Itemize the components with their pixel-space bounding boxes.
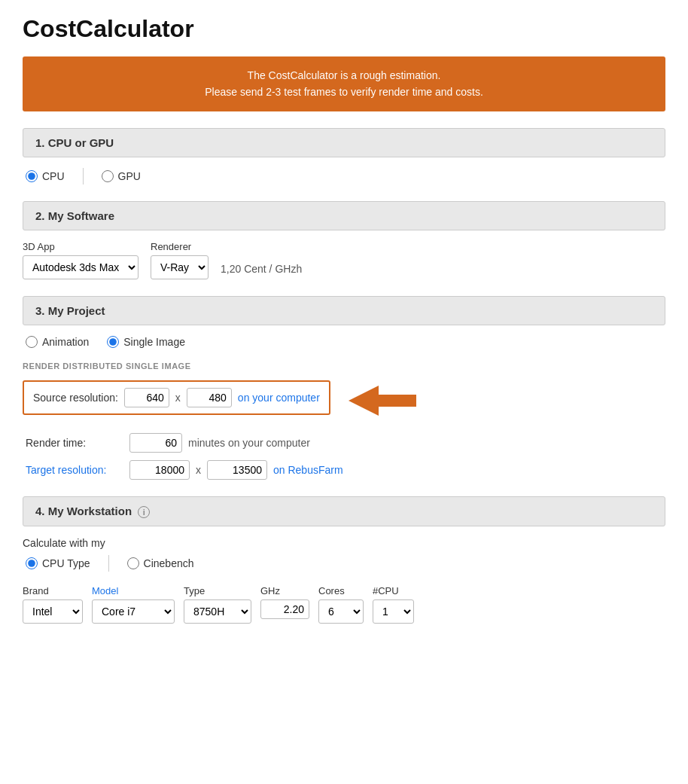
section4-header: 4. My Workstation i <box>23 496 665 526</box>
single-image-radio[interactable] <box>107 336 119 348</box>
target-x-input[interactable] <box>129 460 190 480</box>
render-distributed-label: RENDER DISTRIBUTED SINGLE IMAGE <box>23 361 665 371</box>
renderer-label: Renderer <box>151 241 209 252</box>
cpu-label: CPU <box>42 170 65 182</box>
renderer-group: Renderer V-Ray <box>151 241 209 279</box>
source-y-input[interactable] <box>187 388 232 407</box>
app-label: 3D App <box>23 241 139 252</box>
animation-label: Animation <box>42 336 89 348</box>
ghz-input[interactable] <box>260 599 309 619</box>
calc-divider <box>108 555 109 572</box>
gpu-radio[interactable] <box>102 170 114 182</box>
type-label: Type <box>184 585 251 596</box>
banner-line1: The CostCalculator is a rough estimation… <box>38 67 650 84</box>
render-time-label: Render time: <box>26 437 123 449</box>
price-label: 1,20 Cent / GHzh <box>221 263 302 279</box>
cpu-radio-option[interactable]: CPU <box>26 170 65 182</box>
svg-marker-1 <box>349 386 379 416</box>
calculate-radio-group: CPU Type Cinebench <box>23 555 665 572</box>
animation-radio[interactable] <box>26 336 38 348</box>
source-resolution-box: Source resolution: x on your computer <box>23 380 330 415</box>
section1-header: 1. CPU or GPU <box>23 128 665 157</box>
radio-divider <box>83 168 84 185</box>
ghz-group: GHz <box>260 585 309 619</box>
source-suffix: on your computer <box>238 392 320 404</box>
model-select[interactable]: Core i7 <box>92 599 175 624</box>
ghz-label: GHz <box>260 585 309 596</box>
app-group: 3D App Autodesk 3ds Max <box>23 241 139 279</box>
brand-group: Brand Intel <box>23 585 83 624</box>
calculate-label: Calculate with my <box>23 537 665 549</box>
source-res-label: Source resolution: <box>33 392 118 404</box>
ncpu-group: #CPU 1 <box>373 585 414 624</box>
page-title: CostCalculator <box>23 15 665 43</box>
cpu-type-radio-option[interactable]: CPU Type <box>26 557 90 569</box>
x-separator1: x <box>175 392 181 404</box>
render-time-row: Render time: minutes on your computer <box>23 433 665 453</box>
section4-header-text: 4. My Workstation <box>35 505 132 517</box>
gpu-radio-option[interactable]: GPU <box>102 170 141 182</box>
model-group: Model Core i7 <box>92 585 175 624</box>
type-select[interactable]: 8750H <box>184 599 251 624</box>
cpu-type-radio[interactable] <box>26 557 38 569</box>
single-image-radio-option[interactable]: Single Image <box>107 336 185 348</box>
section-workstation: 4. My Workstation i Calculate with my CP… <box>23 496 665 624</box>
svg-rect-0 <box>379 395 416 407</box>
cores-group: Cores 6 <box>318 585 364 624</box>
render-time-suffix: minutes on your computer <box>188 437 310 449</box>
cpu-gpu-radio-group: CPU GPU <box>23 168 665 185</box>
info-banner: The CostCalculator is a rough estimation… <box>23 56 665 111</box>
cpu-radio[interactable] <box>26 170 38 182</box>
brand-select[interactable]: Intel <box>23 599 83 624</box>
gpu-label: GPU <box>118 170 141 182</box>
cinebench-radio[interactable] <box>127 557 139 569</box>
arrow-indicator <box>349 378 431 426</box>
app-select[interactable]: Autodesk 3ds Max <box>23 255 139 279</box>
single-image-label: Single Image <box>123 336 185 348</box>
section2-header: 2. My Software <box>23 201 665 230</box>
cores-select[interactable]: 6 <box>318 599 364 624</box>
cinebench-label: Cinebench <box>144 557 194 569</box>
source-x-input[interactable] <box>124 388 169 407</box>
cores-label: Cores <box>318 585 364 596</box>
software-form-row: 3D App Autodesk 3ds Max Renderer V-Ray 1… <box>23 241 665 279</box>
animation-radio-option[interactable]: Animation <box>26 336 89 348</box>
cpu-specs-row: Brand Intel Model Core i7 Type 8750H GHz… <box>23 585 665 624</box>
target-y-input[interactable] <box>207 460 267 480</box>
target-resolution-row: Target resolution: x on RebusFarm <box>23 460 665 480</box>
model-label: Model <box>92 585 175 596</box>
ncpu-select[interactable]: 1 <box>373 599 414 624</box>
renderer-select[interactable]: V-Ray <box>151 255 209 279</box>
ncpu-label: #CPU <box>373 585 414 596</box>
workstation-info-icon[interactable]: i <box>138 506 150 518</box>
cpu-type-label: CPU Type <box>42 557 90 569</box>
type-group: Type 8750H <box>184 585 251 624</box>
x-separator2: x <box>196 464 201 476</box>
banner-line2: Please send 2-3 test frames to verify re… <box>38 84 650 100</box>
section-project: 3. My Project Animation Single Image REN… <box>23 296 665 480</box>
target-suffix: on RebusFarm <box>273 464 343 476</box>
target-res-label: Target resolution: <box>26 464 123 476</box>
cinebench-radio-option[interactable]: Cinebench <box>127 557 194 569</box>
section-software: 2. My Software 3D App Autodesk 3ds Max R… <box>23 201 665 279</box>
brand-label: Brand <box>23 585 83 596</box>
render-time-input[interactable] <box>129 433 182 453</box>
project-type-radio-group: Animation Single Image <box>23 336 665 348</box>
section-cpu-gpu: 1. CPU or GPU CPU GPU <box>23 128 665 185</box>
section3-header: 3. My Project <box>23 296 665 325</box>
